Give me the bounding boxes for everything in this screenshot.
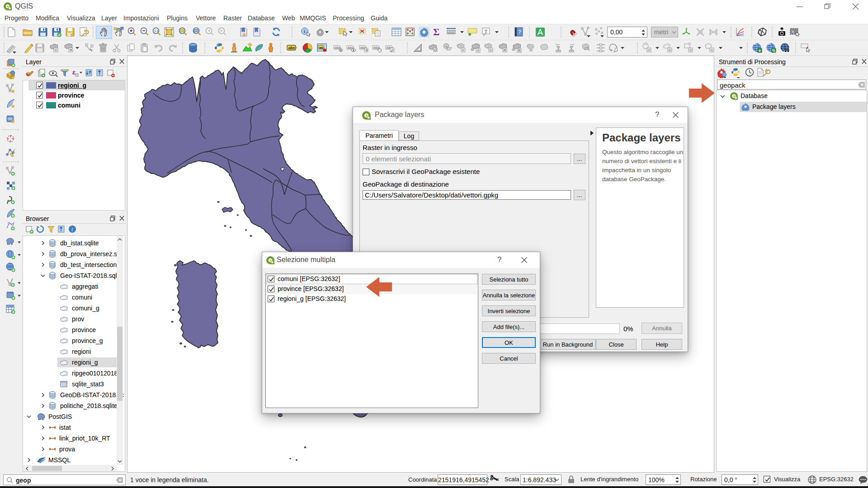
svg-text:abc: abc	[373, 46, 380, 50]
svg-text:i: i	[71, 226, 73, 233]
svg-text:T: T	[485, 28, 488, 34]
svg-text:abc: abc	[288, 46, 296, 50]
svg-text:?: ?	[518, 29, 521, 35]
svg-text:Σ: Σ	[433, 27, 439, 38]
svg-text:i: i	[304, 28, 305, 34]
svg-text:ab: ab	[319, 46, 323, 50]
svg-text:1:1: 1:1	[154, 29, 159, 33]
